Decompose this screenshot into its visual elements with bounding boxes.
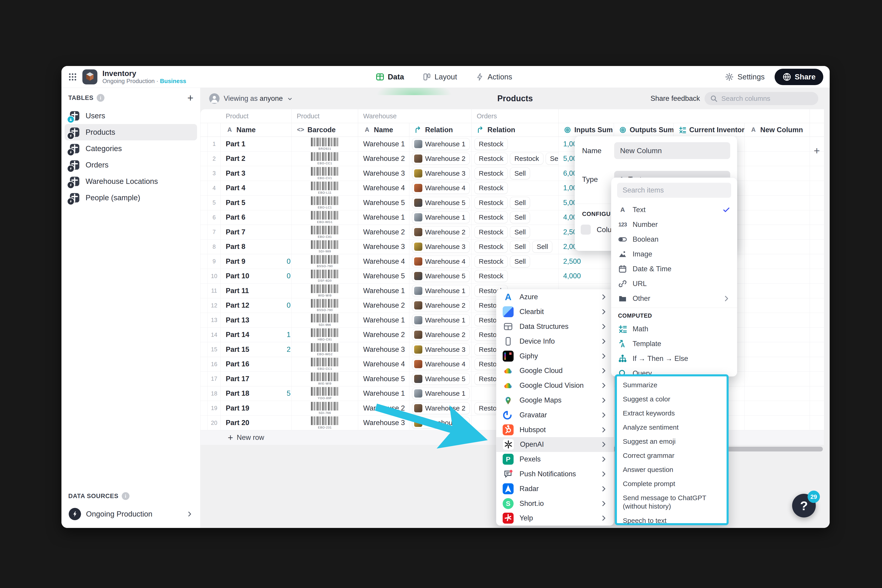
cell-name[interactable]: Part 13 [221,313,292,327]
cell-name[interactable]: Part 7 [221,225,292,239]
cell-name[interactable]: Part 16 [221,357,292,372]
type-option-math[interactable]: Math [611,321,737,336]
cell-warehouse-relation[interactable]: Warehouse 5 [410,269,472,284]
cell-warehouse-relation[interactable]: Warehouse 4 [410,357,472,372]
cell-warehouse-relation[interactable]: Warehouse 2 [410,328,472,342]
integration-item-yelp[interactable]: Yelp [496,511,614,526]
cell-new-column[interactable] [744,298,810,313]
cell-new-column[interactable] [744,284,810,298]
type-option-image[interactable]: Image [611,247,737,261]
cell-warehouse-name[interactable]: Warehouse 3 [358,416,410,430]
cell-name[interactable]: Part 1 [221,137,292,152]
cell-barcode[interactable]: DSF-6D0 [292,269,358,284]
cell-warehouse-relation[interactable]: Warehouse 5 [410,195,472,210]
order-chip[interactable]: Sell [510,241,530,253]
cell-new-column[interactable] [744,137,810,152]
integration-item-google-maps[interactable]: Google Maps [496,393,614,408]
cell-warehouse-name[interactable]: Warehouse 3 [358,342,410,357]
cell-name[interactable]: Part 17 [221,372,292,386]
openai-action-correct-grammar[interactable]: Correct grammar [617,448,727,462]
cell-warehouse-relation[interactable]: Warehouse 2 [410,152,472,166]
app-icon[interactable] [82,69,98,84]
relation-chip[interactable]: Warehouse 1 [412,212,470,223]
share-feedback-link[interactable]: Share feedback [651,88,700,109]
cell-warehouse-relation[interactable]: Warehouse 2 [410,401,472,416]
type-option-text[interactable]: AText [611,202,737,217]
cell-inputs-sum[interactable]: 4,000 [559,269,614,284]
order-chip[interactable]: Restock [474,255,508,267]
cell-warehouse-name[interactable]: Warehouse 5 [358,269,410,284]
cell-barcode[interactable]: BRO921 [292,137,358,152]
integration-item-google-cloud[interactable]: Google Cloud [496,363,614,378]
cell-barcode[interactable]: EBO-L11 [292,181,358,195]
cell-warehouse-relation[interactable]: Warehouse 4 [410,181,472,195]
cell-warehouse-name[interactable]: Warehouse 2 [358,401,410,416]
cell-warehouse-name[interactable]: Warehouse 1 [358,386,410,401]
cell-warehouse-name[interactable]: Warehouse 2 [358,298,410,313]
cell-new-column[interactable] [744,372,810,386]
integration-item-push-notifications[interactable]: Push Notifications [496,467,614,482]
cell-orders-relation[interactable]: Restock [472,269,559,284]
cell-new-column[interactable] [744,240,810,254]
integration-item-radar[interactable]: Radar [496,481,614,496]
type-option-other[interactable]: Other [611,291,737,306]
order-chip[interactable]: Restock [474,197,508,208]
order-chip[interactable]: Sell [510,168,530,179]
type-option-boolean[interactable]: Boolean [611,232,737,247]
cell-barcode[interactable]: HBO-C81 [292,328,358,342]
order-chip[interactable]: Restock [474,270,508,282]
cell-name[interactable]: Part 3 [221,166,292,181]
cell-inputs-sum[interactable]: 2,500 [559,254,614,269]
add-column-button[interactable]: + [814,144,820,157]
sidebar-item-users[interactable]: Users [64,108,197,124]
openai-action-complete-prompt[interactable]: Complete prompt [617,477,727,490]
openai-action-send-message-to-chatgpt-withou[interactable]: Send message to ChatGPT (without history… [617,490,727,513]
relation-chip[interactable]: Warehouse 2 [412,226,470,238]
cell-barcode[interactable]: EBO-231 [292,416,358,430]
type-option-number[interactable]: 123Number [611,217,737,232]
cell-name[interactable]: Part 12 [221,298,292,313]
cell-barcode[interactable]: YOO-89F [292,386,358,401]
cell-orders-relation[interactable]: Restock [472,181,559,195]
order-chip[interactable]: Restock [510,153,543,165]
column-header-barcode[interactable]: <>Barcode [292,123,358,136]
cell-orders-relation[interactable]: RestockSell [472,254,559,269]
cell-new-column[interactable] [744,269,810,284]
cell-new-column[interactable] [744,254,810,269]
relation-chip[interactable]: Warehouse 3 [412,168,470,179]
viewing-as-button[interactable]: Viewing as anyone [209,88,293,109]
cell-name[interactable]: Part 9 [221,254,292,269]
cell-barcode[interactable]: WIE-WI9 [292,372,358,386]
add-table-button[interactable]: + [187,93,194,103]
cell-warehouse-relation[interactable]: Warehouse 3 [410,416,472,430]
openai-action-analyze-sentiment[interactable]: Analyze sentiment [617,420,727,434]
add-row-plus-icon[interactable]: + [474,430,479,445]
relation-chip[interactable]: Warehouse 3 [412,344,470,356]
relation-chip[interactable]: Warehouse 1 [412,285,470,297]
order-chip[interactable]: Restock [474,212,508,223]
cell-barcode[interactable]: EBO-WG2 [292,342,358,357]
cell-orders-relation[interactable]: RestockSell [472,210,559,225]
order-chip[interactable]: Sell [510,197,530,208]
tab-data[interactable]: Data [375,72,404,81]
integration-item-openai[interactable]: OpenAI [496,437,614,452]
cell-name[interactable]: Part 18 [221,386,292,401]
relation-chip[interactable]: Warehouse 5 [412,197,470,208]
cell-new-column[interactable] [744,313,810,327]
cell-warehouse-relation[interactable]: Warehouse 3 [410,342,472,357]
cell-barcode[interactable]: EBO-WG1 [292,210,358,225]
relation-chip[interactable]: Warehouse 2 [412,153,470,165]
cell-name[interactable]: Part 20 [221,416,292,430]
settings-button[interactable]: Settings [725,72,765,81]
column-header-outputs-sum[interactable]: Outputs Sum [614,123,674,136]
openai-action-speech-to-text[interactable]: Speech to text [617,513,727,528]
cell-name[interactable]: Part 14 [221,328,292,342]
sidebar-item-products[interactable]: Products [64,124,197,140]
cell-name[interactable]: Part 5 [221,195,292,210]
column-header-new-column[interactable]: ANew Column [744,123,810,136]
cell-barcode[interactable]: SDI-989 [292,240,358,254]
tab-layout[interactable]: Layout [422,72,457,81]
cell-barcode[interactable]: EBO-C81 [292,225,358,239]
integration-item-hubspot[interactable]: Hubspot [496,422,614,437]
cell-name[interactable]: Part 11 [221,284,292,298]
